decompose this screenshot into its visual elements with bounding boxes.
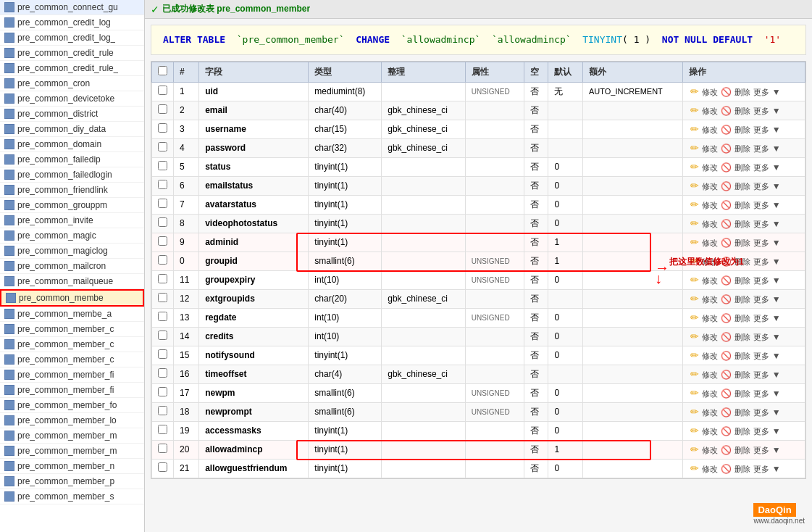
modify-link[interactable]: 修改	[702, 200, 718, 211]
row-checkbox[interactable]	[158, 180, 167, 189]
arrow-down-icon[interactable]: ▼	[772, 370, 781, 380]
sidebar-item-25[interactable]: pre_common_member_fi	[0, 383, 144, 398]
sidebar-item-23[interactable]: pre_common_member_c	[0, 352, 144, 367]
delete-link[interactable]: 删除	[734, 275, 750, 286]
delete-icon[interactable]: 🚫	[721, 87, 732, 97]
more-link[interactable]: 更多	[753, 370, 769, 381]
row-checkbox[interactable]	[158, 312, 167, 321]
sidebar-item-12[interactable]: pre_common_friendlink	[0, 183, 144, 198]
row-checkbox[interactable]	[158, 293, 167, 302]
delete-link[interactable]: 删除	[734, 407, 750, 418]
more-link[interactable]: 更多	[753, 162, 769, 173]
delete-icon[interactable]: 🚫	[721, 257, 732, 267]
row-checkbox[interactable]	[158, 406, 167, 415]
modify-link[interactable]: 修改	[702, 87, 718, 98]
more-link[interactable]: 更多	[753, 238, 769, 249]
modify-link[interactable]: 修改	[702, 294, 718, 305]
modify-link[interactable]: 修改	[702, 181, 718, 192]
arrow-down-icon[interactable]: ▼	[772, 257, 781, 267]
modify-link[interactable]: 修改	[702, 144, 718, 154]
sidebar-item-28[interactable]: pre_common_member_m	[0, 428, 144, 444]
row-checkbox[interactable]	[158, 123, 167, 133]
sidebar-item-19[interactable]: pre_common_membe	[0, 289, 144, 307]
sidebar-item-24[interactable]: pre_common_member_fi	[0, 367, 144, 383]
arrow-down-icon[interactable]: ▼	[772, 332, 781, 342]
row-checkbox[interactable]	[158, 142, 167, 151]
delete-icon[interactable]: 🚫	[721, 426, 732, 436]
arrow-down-icon[interactable]: ▼	[772, 464, 781, 474]
sidebar-item-4[interactable]: pre_common_credit_rule_	[0, 61, 144, 76]
arrow-down-icon[interactable]: ▼	[772, 238, 781, 248]
delete-link[interactable]: 删除	[734, 388, 750, 399]
arrow-down-icon[interactable]: ▼	[772, 200, 781, 210]
arrow-down-icon[interactable]: ▼	[772, 388, 781, 399]
row-checkbox[interactable]	[158, 331, 167, 340]
delete-icon[interactable]: 🚫	[721, 445, 732, 455]
delete-icon[interactable]: 🚫	[721, 238, 732, 248]
delete-icon[interactable]: 🚫	[721, 181, 732, 191]
more-link[interactable]: 更多	[753, 106, 769, 117]
more-link[interactable]: 更多	[753, 313, 769, 324]
edit-icon[interactable]: ✏	[690, 293, 699, 304]
more-link[interactable]: 更多	[753, 87, 769, 98]
delete-icon[interactable]: 🚫	[721, 275, 732, 286]
delete-link[interactable]: 删除	[734, 181, 750, 192]
delete-link[interactable]: 删除	[734, 464, 750, 475]
sidebar-item-13[interactable]: pre_common_grouppm	[0, 198, 144, 213]
sidebar-item-3[interactable]: pre_common_credit_rule	[0, 46, 144, 61]
more-link[interactable]: 更多	[753, 464, 769, 475]
arrow-down-icon[interactable]: ▼	[772, 313, 781, 323]
delete-link[interactable]: 删除	[734, 200, 750, 211]
more-link[interactable]: 更多	[753, 257, 769, 267]
sidebar-item-27[interactable]: pre_common_member_lo	[0, 413, 144, 428]
delete-icon[interactable]: 🚫	[721, 351, 732, 361]
edit-icon[interactable]: ✏	[690, 104, 699, 116]
more-link[interactable]: 更多	[753, 125, 769, 136]
more-link[interactable]: 更多	[753, 351, 769, 362]
delete-icon[interactable]: 🚫	[721, 294, 732, 304]
arrow-down-icon[interactable]: ▼	[772, 144, 781, 154]
edit-icon[interactable]: ✏	[690, 462, 699, 474]
sidebar-item-21[interactable]: pre_common_member_c	[0, 322, 144, 337]
delete-icon[interactable]: 🚫	[721, 200, 732, 210]
arrow-down-icon[interactable]: ▼	[772, 181, 781, 191]
sidebar-item-10[interactable]: pre_common_failedip	[0, 152, 144, 167]
more-link[interactable]: 更多	[753, 200, 769, 211]
arrow-down-icon[interactable]: ▼	[772, 219, 781, 229]
sidebar-item-0[interactable]: pre_common_connect_gu	[0, 0, 144, 15]
sidebar-item-7[interactable]: pre_common_district	[0, 107, 144, 122]
sidebar-item-11[interactable]: pre_common_failedlogin	[0, 167, 144, 183]
modify-link[interactable]: 修改	[702, 313, 718, 324]
modify-link[interactable]: 修改	[702, 106, 718, 117]
sidebar-item-15[interactable]: pre_common_magic	[0, 228, 144, 244]
delete-link[interactable]: 删除	[734, 370, 750, 381]
delete-icon[interactable]: 🚫	[721, 162, 732, 173]
row-checkbox[interactable]	[158, 425, 167, 434]
delete-link[interactable]: 删除	[734, 162, 750, 173]
sidebar-item-31[interactable]: pre_common_member_p	[0, 474, 144, 489]
modify-link[interactable]: 修改	[702, 219, 718, 230]
sidebar-item-14[interactable]: pre_common_invite	[0, 213, 144, 228]
delete-link[interactable]: 删除	[734, 257, 750, 267]
edit-icon[interactable]: ✏	[690, 217, 699, 229]
modify-link[interactable]: 修改	[702, 162, 718, 173]
delete-link[interactable]: 删除	[734, 351, 750, 362]
arrow-down-icon[interactable]: ▼	[772, 125, 781, 135]
delete-link[interactable]: 删除	[734, 219, 750, 230]
delete-icon[interactable]: 🚫	[721, 125, 732, 135]
delete-icon[interactable]: 🚫	[721, 407, 732, 417]
delete-link[interactable]: 删除	[734, 87, 750, 98]
delete-link[interactable]: 删除	[734, 238, 750, 249]
sidebar-item-20[interactable]: pre_common_membe_a	[0, 307, 144, 322]
modify-link[interactable]: 修改	[702, 351, 718, 362]
edit-icon[interactable]: ✏	[690, 180, 699, 191]
arrow-down-icon[interactable]: ▼	[772, 162, 781, 173]
more-link[interactable]: 更多	[753, 445, 769, 456]
row-checkbox[interactable]	[158, 217, 167, 227]
row-checkbox[interactable]	[158, 86, 167, 95]
modify-link[interactable]: 修改	[702, 332, 718, 343]
sidebar-item-22[interactable]: pre_common_member_c	[0, 337, 144, 352]
sidebar-item-26[interactable]: pre_common_member_fo	[0, 398, 144, 413]
edit-icon[interactable]: ✏	[690, 331, 699, 342]
arrow-down-icon[interactable]: ▼	[772, 106, 781, 116]
